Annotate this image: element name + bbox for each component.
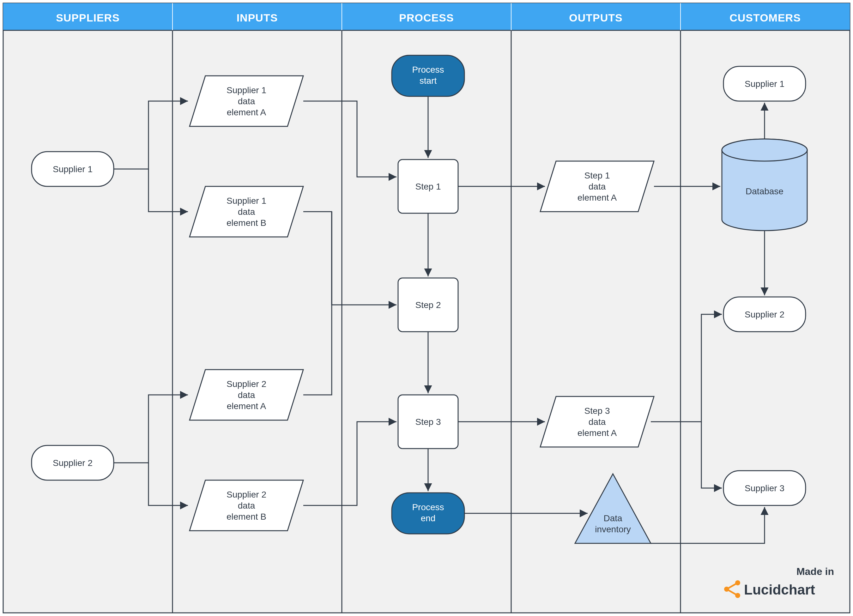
label-out1-l2: data: [589, 182, 606, 191]
col-header-inputs: INPUTS: [237, 12, 278, 24]
branding-madein: Made in: [797, 566, 834, 577]
label-input-s2b-l3: element B: [226, 512, 266, 522]
label-out1-l3: element A: [578, 193, 617, 202]
label-process-end-l2: end: [421, 513, 436, 523]
label-inventory-l2: inventory: [595, 524, 631, 534]
label-process-start-l2: start: [420, 76, 437, 86]
label-process-start-l1: Process: [412, 65, 444, 74]
label-input-s1a-l2: data: [238, 96, 255, 106]
label-input-s1a-l3: element A: [227, 108, 266, 117]
col-header-suppliers: SUPPLIERS: [56, 12, 120, 24]
diagram-stage: SUPPLIERS INPUTS PROCESS OUTPUTS CUSTOME…: [0, 0, 853, 616]
label-out3-l1: Step 3: [584, 406, 610, 416]
label-step-3: Step 3: [416, 417, 441, 427]
label-process-end-l1: Process: [412, 502, 444, 512]
label-input-s1b-l1: Supplier 1: [226, 196, 266, 206]
label-customer-3: Supplier 3: [745, 483, 785, 493]
label-input-s1a-l1: Supplier 1: [226, 85, 266, 95]
label-input-s2a-l3: element A: [227, 401, 266, 411]
col-header-process: PROCESS: [399, 12, 454, 24]
label-supplier-1: Supplier 1: [53, 164, 93, 174]
node-database: [722, 139, 807, 231]
label-database: Database: [745, 187, 783, 196]
label-input-s1b-l3: element B: [226, 218, 266, 228]
label-step-2: Step 2: [416, 300, 441, 310]
col-header-customers: CUSTOMERS: [730, 12, 801, 24]
label-input-s2b-l1: Supplier 2: [226, 490, 266, 499]
label-inventory-l1: Data: [603, 513, 622, 523]
col-header-outputs: OUTPUTS: [569, 12, 622, 24]
label-out1-l1: Step 1: [584, 171, 610, 181]
label-supplier-2: Supplier 2: [53, 458, 93, 468]
label-customer-1: Supplier 1: [745, 79, 785, 89]
label-input-s2b-l2: data: [238, 501, 255, 510]
label-step-1: Step 1: [416, 182, 441, 191]
label-input-s1b-l2: data: [238, 207, 255, 217]
label-input-s2a-l2: data: [238, 390, 255, 400]
branding-lucidchart: Lucidchart: [744, 582, 815, 597]
label-input-s2a-l1: Supplier 2: [226, 379, 266, 389]
svg-point-12: [722, 139, 807, 161]
label-out3-l2: data: [589, 417, 606, 427]
label-customer-2: Supplier 2: [745, 310, 785, 319]
label-out3-l3: element A: [578, 428, 617, 438]
